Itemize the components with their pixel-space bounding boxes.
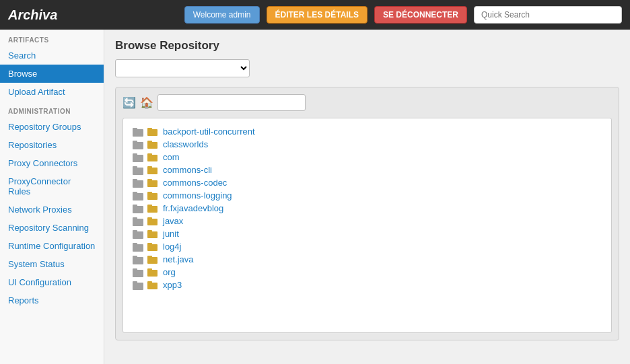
tree-item[interactable]: xpp3 [133,279,602,291]
svg-rect-29 [133,217,137,220]
svg-rect-23 [147,192,152,194]
tree-item[interactable]: javax [133,215,602,227]
tree-item-label: org [163,267,176,277]
browse-toolbar: 🔄 🏠 [123,94,612,111]
tree-item[interactable]: junit [133,227,602,240]
refresh-icon[interactable]: 🔄 [123,96,136,109]
folder-outer-icon [133,140,143,149]
artifacts-section-label: ARTIFACTS [0,30,104,46]
tree-item[interactable]: log4j [133,240,602,253]
folder-inner-icon [147,255,158,264]
sidebar-item-ui-configuration[interactable]: UI Configuration [0,273,104,291]
tree-item-label: xpp3 [163,280,182,290]
tree-item-label: commons-codec [163,178,227,188]
folder-inner-icon [147,242,158,251]
folder-inner-icon [147,204,158,213]
svg-rect-41 [133,256,137,258]
file-tree-panel: backport-util-concurrent classworlds [123,118,612,333]
svg-rect-27 [147,205,152,207]
folder-outer-icon [133,204,143,213]
main-content: Browse Repository 🔄 🏠 [104,30,630,364]
sidebar-item-reports[interactable]: Reports [0,291,104,310]
folder-inner-icon [147,178,158,187]
edit-details-button[interactable]: ÉDITER LES DÉTAILS [267,6,368,24]
tree-item[interactable]: net.java [133,253,602,266]
tree-item-label: com [163,152,180,162]
sidebar-item-repositories[interactable]: Repositories [0,136,104,154]
tree-item[interactable]: com [133,151,602,163]
tree-item-label: junit [163,229,179,239]
repository-select[interactable] [115,59,250,77]
svg-rect-31 [147,217,152,220]
tree-item-label: backport-util-concurrent [163,126,255,137]
tree-item-label: commons-logging [163,190,232,201]
sidebar-item-upload-artifact[interactable]: Upload Artifact [0,83,104,101]
header: Archiva Welcome admin ÉDITER LES DÉTAILS… [0,0,630,30]
welcome-button[interactable]: Welcome admin [184,6,260,24]
tree-item[interactable]: commons-codec [133,176,602,189]
sidebar-item-proxy-connectors[interactable]: Proxy Connectors [0,154,104,172]
repo-select-row [115,59,619,77]
svg-rect-17 [133,179,137,182]
browse-panel: 🔄 🏠 backport-util-concurrent [115,87,619,340]
svg-rect-21 [133,192,137,194]
svg-rect-13 [133,166,137,169]
svg-rect-43 [147,256,152,258]
folder-inner-icon [147,166,158,174]
folder-outer-icon [133,127,143,137]
svg-rect-37 [133,243,137,246]
folder-outer-icon [133,217,143,226]
sidebar-item-system-status[interactable]: System Status [0,255,104,273]
svg-rect-39 [147,243,152,246]
sidebar-item-proxy-connector-rules[interactable]: ProxyConnector Rules [0,172,104,201]
svg-rect-25 [133,205,137,207]
sidebar-item-search[interactable]: Search [0,46,104,65]
sidebar-item-runtime-configuration[interactable]: Runtime Configuration [0,237,104,255]
folder-outer-icon [133,178,143,188]
sidebar-item-network-proxies[interactable]: Network Proxies [0,201,104,219]
svg-rect-5 [133,141,137,143]
page-title: Browse Repository [115,39,619,52]
svg-rect-49 [133,281,137,284]
svg-rect-9 [133,153,137,156]
folder-inner-icon [147,281,158,289]
tree-item[interactable]: fr.fxjavadevblog [133,202,602,215]
quick-search-input[interactable] [474,6,622,24]
tree-item[interactable]: classworlds [133,138,602,151]
tree-item-label: fr.fxjavadevblog [163,203,223,213]
svg-rect-3 [147,128,152,131]
tree-item[interactable]: commons-logging [133,189,602,202]
folder-outer-icon [133,242,143,252]
svg-rect-45 [133,268,137,271]
svg-rect-47 [147,268,152,271]
folder-inner-icon [147,229,158,238]
folder-outer-icon [133,166,143,175]
folder-inner-icon [147,153,158,161]
tree-item-label: commons-cli [163,165,212,175]
tree-item[interactable]: org [133,266,602,279]
svg-rect-7 [147,141,152,143]
folder-outer-icon [133,153,143,162]
disconnect-button[interactable]: SE DÉCONNECTER [374,6,467,24]
folder-outer-icon [133,281,143,290]
svg-rect-1 [133,128,137,131]
sidebar-item-repository-scanning[interactable]: Repository Scanning [0,219,104,237]
svg-rect-11 [147,153,152,156]
sidebar: ARTIFACTS Search Browse Upload Artifact … [0,30,104,364]
tree-item[interactable]: commons-cli [133,163,602,176]
layout: ARTIFACTS Search Browse Upload Artifact … [0,30,630,364]
home-icon[interactable]: 🏠 [140,96,153,109]
browse-path-input[interactable] [158,94,306,111]
folder-inner-icon [147,127,158,136]
sidebar-item-browse[interactable]: Browse [0,65,104,83]
svg-rect-35 [147,230,152,233]
svg-rect-19 [147,179,152,182]
folder-inner-icon [147,140,158,149]
sidebar-item-repository-groups[interactable]: Repository Groups [0,118,104,136]
folder-inner-icon [147,191,158,200]
app-logo: Archiva [8,7,57,23]
tree-item-label: net.java [163,254,194,264]
tree-item[interactable]: backport-util-concurrent [133,125,602,138]
svg-rect-51 [147,281,152,284]
folder-inner-icon [147,217,158,225]
